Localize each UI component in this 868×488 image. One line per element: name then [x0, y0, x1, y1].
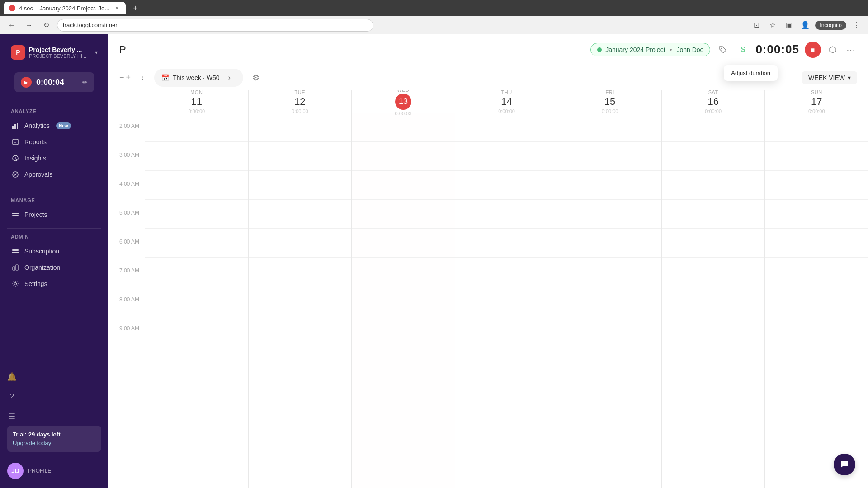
time-entry-input[interactable]	[119, 44, 583, 56]
hour-cell[interactable]	[352, 200, 455, 229]
calendar-grid[interactable]: 2:00 AM3:00 AM4:00 AM5:00 AM6:00 AM7:00 …	[108, 90, 868, 488]
stop-button[interactable]: ■	[805, 42, 821, 58]
hour-cell[interactable]	[765, 229, 868, 258]
hour-cell[interactable]	[662, 200, 765, 229]
hour-cell[interactable]	[249, 200, 352, 229]
hour-cell[interactable]	[249, 171, 352, 200]
sidebar-timer[interactable]: ▶ 0:00:04 ✏	[14, 72, 94, 92]
hour-cell[interactable]	[558, 344, 661, 373]
hour-cell[interactable]	[352, 258, 455, 286]
browser-tab[interactable]: 4 sec – January 2024 Project, Jo... ✕	[4, 2, 126, 14]
sidebar-item-subscription[interactable]: Subscription	[7, 243, 101, 259]
help-icon[interactable]: ?	[4, 389, 20, 405]
hour-cell[interactable]	[145, 431, 248, 460]
hour-cell[interactable]	[662, 229, 765, 258]
week-selector[interactable]: 📅 This week · W50 ›	[154, 69, 243, 87]
extension-icon[interactable]: ▣	[783, 19, 795, 32]
hour-cell[interactable]	[662, 171, 765, 200]
menu-collapse-icon[interactable]: ☰	[4, 408, 20, 425]
hour-cell[interactable]	[249, 142, 352, 171]
sidebar-item-projects[interactable]: Projects	[7, 206, 101, 223]
menu-icon[interactable]: ⋮	[850, 19, 863, 32]
hour-cell[interactable]	[558, 113, 661, 142]
hour-cell[interactable]	[145, 315, 248, 344]
hour-cell[interactable]	[455, 113, 558, 142]
hour-cell[interactable]	[249, 286, 352, 315]
hour-cell[interactable]	[765, 200, 868, 229]
hour-cell[interactable]	[145, 258, 248, 286]
day-col-mon[interactable]	[145, 113, 248, 488]
tab-close-button[interactable]: ✕	[113, 5, 120, 12]
address-bar[interactable]: track.toggl.com/timer	[57, 19, 373, 32]
notification-icon[interactable]: 🔔	[4, 369, 20, 385]
hour-cell[interactable]	[352, 315, 455, 344]
more-options-icon[interactable]: ⋯	[844, 43, 857, 56]
hour-cell[interactable]	[455, 373, 558, 402]
hour-cell[interactable]	[455, 200, 558, 229]
hour-cell[interactable]	[249, 431, 352, 460]
bookmark-icon[interactable]: ☆	[766, 19, 779, 32]
day-col-wed[interactable]	[351, 113, 455, 488]
cast-icon[interactable]: ⊡	[750, 19, 763, 32]
hour-cell[interactable]	[249, 344, 352, 373]
hour-cell[interactable]	[352, 431, 455, 460]
hour-cell[interactable]	[558, 402, 661, 431]
profile-icon[interactable]: 👤	[799, 19, 811, 32]
hour-cell[interactable]	[662, 402, 765, 431]
week-view-button[interactable]: WEEK VIEW ▾	[802, 71, 857, 84]
hour-cell[interactable]	[249, 402, 352, 431]
hour-cell[interactable]	[145, 402, 248, 431]
hour-cell[interactable]	[145, 229, 248, 258]
hour-cell[interactable]	[765, 344, 868, 373]
day-col-sat[interactable]	[661, 113, 765, 488]
upgrade-link[interactable]: Upgrade today	[13, 440, 96, 446]
hour-cell[interactable]	[249, 315, 352, 344]
hour-cell[interactable]	[558, 229, 661, 258]
day-col-sun[interactable]	[764, 113, 868, 488]
zoom-in-button[interactable]: +	[126, 73, 131, 82]
hour-cell[interactable]	[662, 431, 765, 460]
hour-cell[interactable]	[765, 142, 868, 171]
reload-button[interactable]: ↻	[40, 19, 52, 32]
calendar-settings-button[interactable]: ⚙	[249, 70, 263, 85]
hour-cell[interactable]	[765, 315, 868, 344]
hour-cell[interactable]	[352, 373, 455, 402]
hour-cell[interactable]	[765, 113, 868, 142]
hour-cell[interactable]	[765, 373, 868, 402]
sidebar-item-organization[interactable]: Organization	[7, 259, 101, 276]
hour-cell[interactable]	[558, 315, 661, 344]
hour-cell[interactable]	[558, 373, 661, 402]
day-col-thu[interactable]	[455, 113, 558, 488]
hour-cell[interactable]	[662, 258, 765, 286]
hour-cell[interactable]	[765, 402, 868, 431]
hour-cell[interactable]	[455, 229, 558, 258]
next-week-button[interactable]: ›	[223, 71, 236, 84]
hour-cell[interactable]	[145, 200, 248, 229]
hour-cell[interactable]	[455, 315, 558, 344]
hour-cell[interactable]	[352, 113, 455, 142]
hour-cell[interactable]	[145, 171, 248, 200]
hour-cell[interactable]	[352, 142, 455, 171]
zoom-out-button[interactable]: −	[119, 73, 124, 82]
hour-cell[interactable]	[765, 258, 868, 286]
workspace-selector[interactable]: P Project Beverly ... PROJECT BEVERLY HI…	[7, 42, 101, 63]
hour-cell[interactable]	[558, 142, 661, 171]
hour-cell[interactable]	[145, 373, 248, 402]
hour-cell[interactable]	[249, 373, 352, 402]
hour-cell[interactable]	[662, 142, 765, 171]
sidebar-item-insights[interactable]: Insights	[7, 150, 101, 166]
hour-cell[interactable]	[662, 344, 765, 373]
hour-cell[interactable]	[455, 142, 558, 171]
forward-button[interactable]: →	[23, 19, 35, 32]
avatar[interactable]: JD	[7, 463, 24, 479]
hour-cell[interactable]	[249, 113, 352, 142]
hour-cell[interactable]	[662, 373, 765, 402]
hour-cell[interactable]	[662, 286, 765, 315]
hour-cell[interactable]	[145, 113, 248, 142]
prev-week-button[interactable]: ‹	[136, 71, 149, 84]
hour-cell[interactable]	[765, 171, 868, 200]
hour-cell[interactable]	[145, 344, 248, 373]
hour-cell[interactable]	[352, 171, 455, 200]
hour-cell[interactable]	[765, 431, 868, 460]
hour-cell[interactable]	[455, 431, 558, 460]
